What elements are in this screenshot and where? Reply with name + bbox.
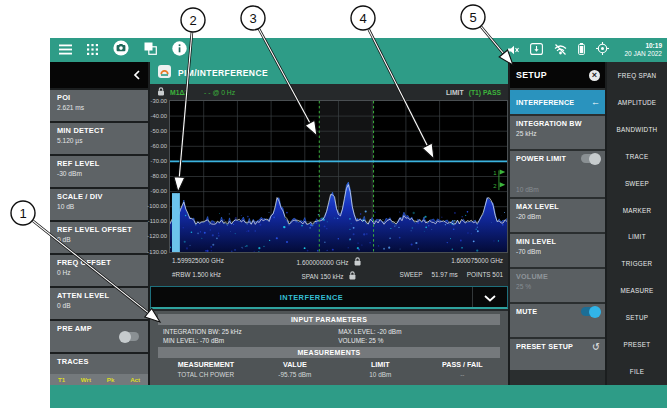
mute-toggle[interactable] bbox=[581, 307, 600, 316]
svg-text:3: 3 bbox=[249, 11, 256, 26]
measurement-name: TOTAL CH POWER bbox=[158, 371, 254, 378]
trace-tag[interactable]: T1 bbox=[58, 376, 65, 383]
setup-item-value: 10 dBm bbox=[516, 186, 600, 193]
measurement-passfail: -- bbox=[425, 371, 500, 378]
sidebar-item-traces[interactable]: TRACEST1WrtPkAct bbox=[50, 354, 148, 385]
marker-name: M1Δ2 bbox=[170, 89, 188, 96]
sidebar-item-value: 0 Hz bbox=[57, 269, 148, 276]
power-limit-toggle[interactable] bbox=[581, 154, 600, 163]
chevron-down-icon bbox=[484, 288, 496, 306]
menu-item-setup[interactable]: SETUP bbox=[607, 304, 667, 331]
menu-item-trigger[interactable]: TRIGGER bbox=[607, 250, 667, 277]
spectrum-plot[interactable]: 12 bbox=[169, 100, 508, 253]
camera-icon[interactable] bbox=[113, 40, 129, 60]
sidebar-item-label: SCALE / DIV bbox=[57, 192, 148, 201]
dropdown-expand-button[interactable] bbox=[472, 287, 507, 307]
sidebar-item-value: 0 dB bbox=[57, 302, 148, 309]
sidebar-item-scale-div[interactable]: SCALE / DIV10 dB bbox=[50, 189, 148, 220]
sweep-time: 51.97 ms bbox=[431, 271, 457, 278]
menu-item-bandwidth[interactable]: BANDWIDTH bbox=[607, 116, 667, 143]
menu-item-limit[interactable]: LIMIT bbox=[607, 224, 667, 251]
sidebar-item-label: POI bbox=[57, 93, 148, 102]
measurement-result-row: TOTAL CH POWER -95.75 dBm 10 dBm -- bbox=[158, 371, 500, 378]
setup-item-volume[interactable]: VOLUME25 % bbox=[510, 269, 605, 302]
setup-item-integration-bw[interactable]: INTEGRATION BW25 kHz bbox=[510, 116, 605, 149]
column-header: VALUE bbox=[254, 360, 336, 369]
setup-item-value: -70 dBm bbox=[516, 248, 600, 255]
trace-tag[interactable]: Act bbox=[130, 376, 140, 383]
sidebar-collapse-bar[interactable] bbox=[50, 62, 148, 88]
setup-item-label: MIN LEVEL bbox=[516, 237, 556, 246]
manual-figure-page: 10:19 20 JAN 2022 POI2.621 msMIN DETECT5… bbox=[0, 0, 667, 408]
setup-item-interference[interactable]: INTERFERENCE← bbox=[510, 90, 605, 114]
rbw-value: #RBW 1.500 kHz bbox=[172, 271, 221, 278]
sidebar-item-value: 2.621 ms bbox=[57, 104, 148, 111]
setup-item-max-level[interactable]: MAX LEVEL-20 dBm bbox=[510, 199, 605, 232]
sidebar-item-poi[interactable]: POI2.621 ms bbox=[50, 90, 148, 121]
system-bar-left-icons bbox=[59, 40, 187, 60]
input-parameters-list: INTEGRATION BW: 25 kHz MAX LEVEL: -20 dB… bbox=[158, 325, 500, 347]
menu-item-sweep[interactable]: SWEEP bbox=[607, 170, 667, 197]
sidebar-item-min-detect[interactable]: MIN DETECT5.120 µs bbox=[50, 123, 148, 154]
info-icon[interactable] bbox=[172, 41, 187, 60]
clock: 10:19 20 JAN 2022 bbox=[624, 42, 662, 59]
results-area: INPUT PARAMETERS INTEGRATION BW: 25 kHz … bbox=[150, 311, 508, 385]
menu-item-freq-span[interactable]: FREQ SPAN bbox=[607, 62, 667, 89]
setup-item-label: MAX LEVEL bbox=[516, 202, 559, 211]
screenshot-save-icon[interactable] bbox=[530, 41, 543, 59]
system-top-bar: 10:19 20 JAN 2022 bbox=[50, 38, 667, 62]
sidebar-item-ref-level[interactable]: REF LEVEL-30 dBm bbox=[50, 156, 148, 187]
measurements-header: MEASUREMENTS bbox=[158, 347, 500, 358]
setup-panel: SETUP × INTERFERENCE←INTEGRATION BW25 kH… bbox=[510, 62, 605, 385]
apps-grid-icon[interactable] bbox=[87, 41, 98, 59]
measurement-window: PIM/INTERFERENCE M1Δ2 - - @ 0 Hz LIMIT (… bbox=[150, 62, 508, 385]
measurement-value: -95.75 dBm bbox=[254, 371, 336, 378]
menu-item-amplitude[interactable]: AMPLITUDE bbox=[607, 89, 667, 116]
lock-icon bbox=[157, 87, 165, 97]
clock-date: 20 JAN 2022 bbox=[624, 50, 662, 58]
trace-tag[interactable]: Pk bbox=[107, 376, 115, 383]
menu-item-file[interactable]: FILE bbox=[607, 358, 667, 385]
menu-item-measure[interactable]: MEASURE bbox=[607, 277, 667, 304]
measurement-limit: 10 dBm bbox=[336, 371, 425, 378]
wifi-off-icon bbox=[554, 41, 567, 59]
column-header: LIMIT bbox=[336, 360, 425, 369]
marker-readout-row: M1Δ2 - - @ 0 Hz LIMIT (T1) PASS bbox=[150, 84, 508, 100]
close-icon[interactable]: × bbox=[589, 70, 600, 81]
span-value: SPAN 150 kHz bbox=[301, 273, 343, 280]
sidebar-item-value: 10 dB bbox=[57, 203, 148, 210]
sidebar-item-atten-level[interactable]: ATTEN LEVEL0 dB bbox=[50, 288, 148, 319]
svg-text:5: 5 bbox=[469, 10, 476, 25]
setup-item-power-limit[interactable]: POWER LIMIT10 dBm bbox=[510, 151, 605, 197]
setup-item-label: INTERFERENCE bbox=[516, 98, 574, 107]
y-axis-label: -90.00 bbox=[151, 188, 167, 194]
sidebar-item-value: 0 dB bbox=[57, 236, 148, 243]
parameter-sidebar: POI2.621 msMIN DETECT5.120 µsREF LEVEL-3… bbox=[50, 62, 148, 385]
y-axis-label: -40.00 bbox=[151, 113, 167, 119]
svg-text:4: 4 bbox=[359, 11, 366, 26]
menu-icon[interactable] bbox=[59, 41, 72, 59]
svg-text:2: 2 bbox=[493, 183, 496, 189]
setup-item-value: -20 dBm bbox=[516, 213, 600, 220]
menu-item-preset[interactable]: PRESET bbox=[607, 331, 667, 358]
menu-item-marker[interactable]: MARKER bbox=[607, 197, 667, 224]
back-arrow-icon[interactable]: ← bbox=[591, 97, 600, 107]
trace-tag[interactable]: Wrt bbox=[81, 376, 91, 383]
setup-item-mute[interactable]: MUTE bbox=[510, 304, 605, 337]
sidebar-item-pre-amp[interactable]: PRE AMP bbox=[50, 321, 148, 352]
sidebar-item-label: TRACES bbox=[57, 357, 148, 366]
reset-icon: ↺ bbox=[592, 342, 600, 352]
setup-item-preset-setup[interactable]: PRESET SETUP↺ bbox=[510, 339, 605, 370]
svg-text:1: 1 bbox=[19, 206, 26, 221]
sidebar-item-ref-level-offset[interactable]: REF LEVEL OFFSET0 dB bbox=[50, 222, 148, 253]
sidebar-item-freq-offset[interactable]: FREQ OFFSET0 Hz bbox=[50, 255, 148, 286]
menu-item-trace[interactable]: TRACE bbox=[607, 143, 667, 170]
setup-item-min-level[interactable]: MIN LEVEL-70 dBm bbox=[510, 234, 605, 267]
measurement-selector-dropdown[interactable]: INTERFERENCE bbox=[150, 286, 508, 309]
system-bar-status-icons: 10:19 20 JAN 2022 bbox=[508, 41, 662, 59]
input-parameter: VOLUME: 25 % bbox=[338, 337, 500, 344]
sweep-label: SWEEP bbox=[399, 271, 422, 278]
limit-pass-status: (T1) PASS bbox=[469, 89, 501, 96]
pre-amp-toggle[interactable] bbox=[120, 332, 139, 341]
layers-icon[interactable] bbox=[144, 41, 157, 59]
